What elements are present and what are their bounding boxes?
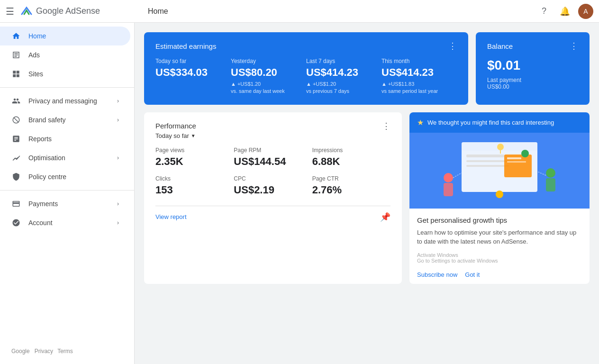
perf-page-views-label: Page views (155, 147, 234, 154)
account-expand-icon: › (117, 219, 119, 226)
sidebar-item-policy[interactable]: Policy centre (0, 167, 130, 186)
perf-page-ctr: Page CTR 2.76% (312, 175, 390, 196)
performance-card: Performance ⋮ Today so far ▼ Page views … (144, 112, 402, 284)
privacy-icon (11, 96, 21, 106)
sidebar-item-payments[interactable]: Payments › (0, 194, 130, 213)
footer-privacy-link[interactable]: Privacy (35, 348, 53, 355)
sidebar-item-optimisation[interactable]: Optimisation › (0, 148, 130, 167)
privacy-expand-icon: › (117, 98, 119, 104)
sidebar-item-home-label: Home (28, 32, 46, 40)
sidebar-item-account-label: Account (28, 219, 53, 227)
logo-icon (20, 5, 33, 18)
svg-rect-7 (466, 165, 509, 167)
performance-metrics: Page views 2.35K Page RPM US$144.54 Impr… (155, 147, 390, 196)
svg-rect-15 (444, 183, 453, 196)
metric-month: This month US$414.23 ▲ +US$11.83 vs same… (381, 58, 457, 95)
menu-icon[interactable]: ☰ (6, 6, 14, 17)
perf-clicks-value: 153 (155, 184, 234, 196)
sidebar-item-account[interactable]: Account › (0, 213, 130, 232)
svg-point-16 (546, 168, 555, 178)
optimisation-icon (11, 153, 21, 163)
sidebar-footer: Google Privacy Terms (0, 342, 134, 360)
bookmark-icon[interactable]: 📌 (380, 212, 390, 222)
sidebar-divider-1 (0, 87, 134, 88)
notifications-icon[interactable]: 🔔 (557, 4, 572, 19)
perf-page-views: Page views 2.35K (155, 147, 234, 168)
sidebar-item-reports[interactable]: Reports (0, 129, 130, 148)
metric-today-value: US$334.03 (155, 66, 231, 79)
interesting-card-header-text: We thought you might find this card inte… (427, 119, 554, 126)
perf-impressions-value: 6.88K (312, 155, 390, 168)
earnings-menu-icon[interactable]: ⋮ (448, 42, 457, 50)
perf-impressions-label: Impressions (312, 147, 390, 154)
home-icon (11, 31, 21, 41)
perf-page-rpm-value: US$144.54 (234, 155, 312, 168)
sidebar-divider-2 (0, 190, 134, 191)
account-icon (11, 218, 21, 228)
sidebar-item-home[interactable]: Home (0, 27, 130, 46)
sidebar-item-sites[interactable]: Sites (0, 64, 130, 83)
ads-icon (11, 50, 21, 60)
perf-cpc-value: US$2.19 (234, 184, 312, 196)
perf-page-rpm: Page RPM US$144.54 (234, 147, 312, 168)
metric-7days-change: ▲ +US$1.20 vs previous 7 days (306, 81, 381, 95)
period-selector[interactable]: Today so far ▼ (155, 132, 390, 139)
performance-menu-icon[interactable]: ⋮ (382, 122, 390, 130)
svg-rect-17 (546, 178, 555, 191)
svg-line-1 (14, 118, 19, 123)
sidebar-item-privacy[interactable]: Privacy and messaging › (0, 91, 130, 110)
interesting-card-title: Get personalised growth tips (417, 216, 582, 224)
sidebar-item-ads-label: Ads (28, 51, 40, 59)
balance-sub: Last payment US$0.00 (487, 77, 578, 90)
sidebar-item-brand[interactable]: Brand safety › (0, 110, 130, 129)
view-report-link[interactable]: View report (155, 213, 187, 220)
metric-month-change: ▲ +US$11.83 vs same period last year (381, 81, 457, 95)
metric-yesterday-change: ▲ +US$1.20 vs. same day last week (231, 81, 306, 95)
header: ☰ Google AdSense Home ? 🔔 A (0, 0, 599, 23)
metric-yesterday-value: US$80.20 (231, 66, 306, 79)
help-icon[interactable]: ? (536, 4, 552, 19)
sidebar-item-sites-label: Sites (28, 70, 43, 78)
sidebar-item-payments-label: Payments (28, 200, 58, 208)
balance-value: $0.01 (487, 58, 578, 73)
footer-terms-link[interactable]: Terms (57, 348, 73, 355)
policy-icon (11, 172, 21, 182)
svg-rect-10 (507, 161, 526, 163)
perf-cpc-label: CPC (234, 175, 312, 182)
sites-icon (11, 69, 21, 79)
avatar[interactable]: A (578, 4, 593, 19)
page-title: Home (140, 7, 536, 16)
metric-month-value: US$414.23 (381, 66, 457, 79)
subscribe-now-link[interactable]: Subscribe now (417, 271, 457, 278)
windows-watermark-2: Go to Settings to activate Windows (417, 258, 582, 264)
perf-clicks-label: Clicks (155, 175, 234, 182)
sidebar-item-ads[interactable]: Ads (0, 46, 130, 64)
svg-rect-9 (507, 157, 521, 159)
earnings-card: Estimated earnings ⋮ Today so far US$334… (144, 32, 468, 105)
perf-page-ctr-label: Page CTR (312, 175, 390, 182)
top-cards-row: Estimated earnings ⋮ Today so far US$334… (144, 32, 590, 105)
optimisation-expand-icon: › (117, 155, 119, 161)
metric-yesterday-label: Yesterday (231, 58, 306, 64)
reports-icon (11, 134, 21, 144)
header-left: ☰ Google AdSense (6, 5, 140, 18)
star-icon: ★ (417, 118, 424, 127)
svg-point-18 (496, 191, 503, 198)
interesting-card-header: ★ We thought you might find this card in… (409, 112, 590, 133)
metric-today: Today so far US$334.03 (155, 58, 231, 95)
interesting-card-desc: Learn how to optimise your site's perfor… (417, 228, 582, 246)
perf-page-views-value: 2.35K (155, 155, 234, 168)
metric-today-label: Today so far (155, 58, 231, 64)
svg-point-14 (444, 173, 453, 182)
balance-menu-icon[interactable]: ⋮ (570, 42, 578, 50)
svg-rect-5 (466, 155, 504, 157)
bottom-cards-row: Performance ⋮ Today so far ▼ Page views … (144, 112, 590, 284)
brand-expand-icon: › (117, 117, 119, 123)
metric-7days: Last 7 days US$414.23 ▲ +US$1.20 vs prev… (306, 58, 381, 95)
interesting-card-actions: Subscribe now Got it (409, 271, 590, 284)
metric-month-label: This month (381, 58, 457, 64)
sidebar-item-reports-label: Reports (28, 135, 52, 143)
performance-card-title: Performance ⋮ (155, 122, 390, 130)
got-it-link[interactable]: Got it (465, 271, 480, 278)
sidebar-item-brand-label: Brand safety (28, 116, 66, 124)
